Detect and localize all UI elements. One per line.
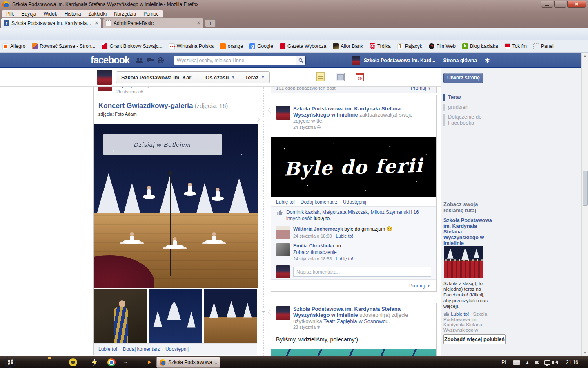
bookmark-allegro[interactable]: Allegro — [2, 43, 25, 49]
close-button[interactable]: ✕ — [567, 1, 586, 8]
commenter-name[interactable]: Emilia Chruślicka — [293, 243, 334, 249]
post-author-clipped[interactable]: Wyszyńskiego w Imielinie — [116, 87, 181, 88]
facebook-search-input[interactable] — [174, 56, 296, 65]
promote-link[interactable]: Promuj ▼ — [411, 87, 431, 91]
daemon-tools-icon[interactable] — [69, 358, 77, 366]
menu-historia[interactable]: Historia — [65, 11, 81, 17]
bookmark-wirtualna-polska[interactable]: Wirtualna Polska — [169, 43, 214, 49]
active-window-button[interactable]: Szkoła Podstawowa i... — [156, 357, 220, 368]
commenter-avatar[interactable] — [276, 226, 290, 239]
tab-close-icon[interactable]: ✕ — [95, 20, 98, 26]
timeline-tab-button[interactable]: Oś czasu▼ — [200, 72, 240, 83]
likers-links[interactable]: Dominik Łaciak, Małgorzata Miszczak, Mil… — [286, 209, 419, 221]
bookmark-filmweb[interactable]: FilmWeb — [429, 43, 456, 49]
chrome-icon[interactable] — [107, 358, 116, 366]
timeline-nav-now[interactable]: Teraz — [443, 94, 461, 101]
keyboard-icon[interactable] — [513, 360, 520, 365]
share-link[interactable]: Udostępnij — [343, 199, 366, 205]
facebook-search-button[interactable] — [296, 56, 306, 65]
tray-expand-icon[interactable]: ▲ — [526, 360, 529, 364]
scrollbar-thumb[interactable] — [583, 171, 588, 206]
settings-gear-icon[interactable]: ✱ — [485, 57, 490, 64]
timeline-nav-december[interactable]: grudzień — [443, 104, 468, 111]
network-icon[interactable] — [544, 360, 550, 365]
menu-narzedzia[interactable]: Narzędzia — [114, 11, 136, 17]
volume-icon[interactable] — [555, 360, 558, 364]
create-page-button[interactable]: Utwórz stronę — [443, 73, 483, 83]
page-avatar[interactable] — [97, 70, 112, 85]
menu-widok[interactable]: Widok — [43, 11, 57, 17]
now-tab-button[interactable]: Teraz▼ — [240, 72, 270, 83]
get-more-likes-button[interactable]: Zdobądź więcej polubień — [443, 334, 506, 344]
post-date[interactable]: 23 stycznia ✱ — [293, 325, 320, 330]
bookmark-panel[interactable]: Panel — [533, 43, 554, 49]
tab-close-icon[interactable]: ✕ — [197, 20, 200, 26]
comment-like-link[interactable]: Lubię to! — [336, 233, 353, 238]
ad-like-link[interactable]: Lubię to! — [451, 312, 469, 316]
notifications-globe-icon[interactable] — [157, 57, 164, 63]
post-avatar[interactable] — [276, 106, 290, 120]
tab-facebook[interactable]: f Szkoła Podstawowa im. Kardynała Ste...… — [1, 18, 101, 28]
clock[interactable]: 21:16 — [566, 359, 578, 365]
comment-link[interactable]: Dodaj komentarz — [123, 346, 160, 352]
browser-scrollbar[interactable]: ▲ ▼ — [581, 53, 588, 356]
album-thumbnail-3[interactable] — [204, 289, 257, 343]
album-thumbnail-1[interactable] — [94, 289, 147, 343]
post-avatar[interactable] — [98, 87, 112, 91]
new-tab-button[interactable]: + — [205, 19, 216, 27]
bookmark-google[interactable]: gGoogle — [249, 43, 273, 49]
post-date[interactable]: 25 stycznia ✱ — [116, 89, 143, 94]
account-name[interactable]: Szkoła Podstawowa im. Kard... — [364, 58, 435, 63]
bookmark-trojka[interactable]: Trójka — [370, 43, 391, 49]
album-thumbnail-2[interactable] — [149, 289, 202, 343]
window-titlebar[interactable]: Szkoła Podstawowa im. Kardynała Stefana … — [0, 0, 588, 9]
commenter-name[interactable]: Wiktoria Jochemczyk — [293, 226, 343, 232]
scroll-up-icon[interactable]: ▲ — [583, 54, 587, 58]
like-link[interactable]: Lubię to! — [98, 346, 117, 352]
photos-icon[interactable] — [336, 73, 345, 81]
bookmark-grant-blokowy[interactable]: Grant Blokowy Szwajc... — [102, 43, 162, 49]
like-link[interactable]: Lubię to! — [276, 199, 295, 205]
bookmark-pajacyk[interactable]: Pajacyk — [397, 43, 422, 49]
shared-image[interactable] — [271, 349, 436, 356]
activity-log-icon[interactable] — [316, 72, 325, 81]
menu-pomoc[interactable]: Pomoc — [143, 11, 158, 17]
post-date[interactable]: 24 stycznia — [293, 125, 321, 130]
ad-page-link[interactable]: Szkoła Podstawowa im. Kardynała Stefana … — [443, 218, 494, 246]
comment-input[interactable] — [293, 267, 431, 277]
ad-image[interactable] — [444, 246, 483, 278]
shared-from-link[interactable]: Teatr Zagłębia w Sosnowcu — [323, 318, 388, 324]
menu-zakladki[interactable]: Zakładki — [88, 11, 107, 17]
facebook-logo[interactable]: facebook — [91, 54, 129, 66]
menu-edycja[interactable]: Edycja — [21, 11, 36, 17]
home-link[interactable]: Strona główna — [443, 58, 477, 63]
bookmark-alior[interactable]: Alior Bank — [333, 43, 363, 49]
scroll-down-icon[interactable]: ▼ — [583, 351, 587, 355]
comment-link[interactable]: Dodaj komentarz — [301, 199, 338, 205]
language-indicator[interactable]: PL — [501, 359, 508, 365]
bookmark-blog-laciaka[interactable]: bBlog Łaciaka — [462, 43, 498, 49]
minimize-button[interactable] — [541, 1, 553, 8]
calendar-icon[interactable]: 30 — [356, 73, 364, 81]
cover-image[interactable]: Byle do ferii — [271, 137, 436, 197]
see-translation-link[interactable]: Zobacz tłumaczenie — [293, 249, 337, 255]
bookmark-rownac-szanse[interactable]: Równać Szanse - Stron... — [32, 43, 95, 49]
menu-plik[interactable]: Plik — [6, 11, 14, 17]
account-avatar[interactable] — [352, 56, 360, 65]
facebook-search[interactable] — [174, 56, 306, 65]
share-link[interactable]: Udostępnij — [165, 346, 189, 352]
comment-like-link[interactable]: Lubię to! — [336, 256, 353, 261]
concert-photo[interactable]: Dzisiaj w Betlejem — [94, 124, 258, 288]
zap-app-icon[interactable] — [90, 358, 98, 366]
album-title[interactable]: Koncert Gwiazdkowy-galeria (zdjęcia: 16) — [98, 102, 228, 110]
bookmark-tokfm[interactable]: Tok fm — [505, 43, 527, 49]
bookmark-gazeta[interactable]: Gazeta Wyborcza — [280, 43, 326, 49]
start-button[interactable] — [5, 357, 16, 368]
restore-button[interactable] — [554, 1, 566, 8]
commenter-avatar[interactable] — [276, 243, 290, 256]
action-center-flag-icon[interactable] — [535, 361, 539, 364]
friend-requests-icon[interactable] — [136, 57, 143, 63]
promote-link[interactable]: Promuj — [409, 283, 425, 289]
tab-adminpanel[interactable]: AdminPanel-Basic ✕ — [103, 18, 203, 28]
timeline-nav-joined[interactable]: Dołączenie do Facebooka — [443, 114, 493, 126]
